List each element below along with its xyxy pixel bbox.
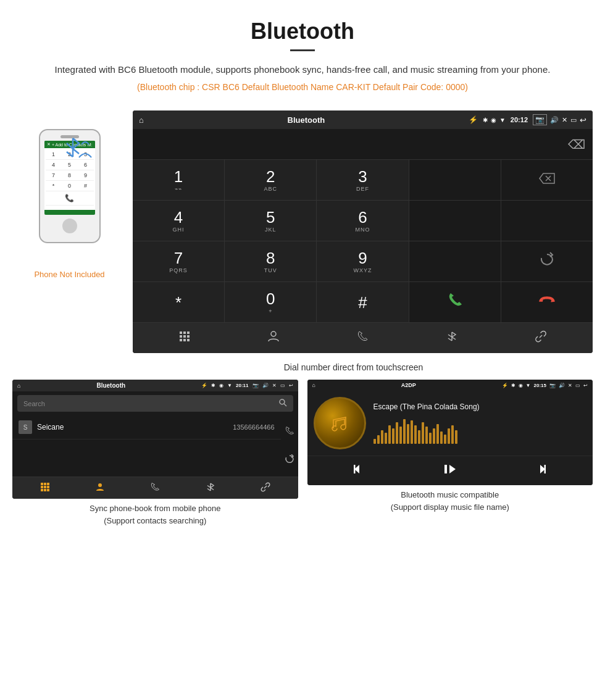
key-cell-9[interactable]: 9 WXYZ	[317, 241, 408, 281]
bluetooth-status-icon: ✱	[483, 117, 488, 123]
pb-home-icon[interactable]: ⌂	[17, 383, 20, 389]
prev-track-icon[interactable]	[352, 462, 365, 479]
svg-rect-27	[544, 465, 546, 473]
refresh-svg	[539, 252, 555, 268]
pb-contact-row[interactable]: S Seicane 13566664466	[12, 415, 281, 440]
music-home-icon[interactable]: ⌂	[312, 382, 315, 388]
music-title: A2DP	[319, 382, 499, 388]
pb-phone-svg	[150, 482, 160, 492]
refresh-icon	[539, 252, 555, 272]
key-cell-5[interactable]: 5 JKL	[225, 201, 316, 241]
key-cell-4[interactable]: 4 GHI	[133, 201, 224, 241]
pb-empty-space	[12, 440, 281, 477]
key-cell-3[interactable]: 3 DEF	[317, 160, 408, 200]
key-main-4: 4	[174, 209, 183, 225]
pb-x-icon[interactable]: ✕	[272, 383, 277, 388]
music-cam-icon[interactable]: 📷	[549, 383, 556, 388]
pb-usb-icon: ⚡	[201, 383, 207, 388]
pb-person-icon[interactable]	[95, 482, 105, 494]
music-x-icon[interactable]: ✕	[568, 383, 572, 388]
volume-icon[interactable]: 🔊	[550, 116, 559, 124]
pb-main-area: S Seicane 13566664466	[12, 415, 298, 477]
key-star: *	[48, 183, 59, 189]
key-cell-refresh[interactable]	[501, 241, 593, 281]
key-sub-9: WXYZ	[353, 267, 372, 273]
phone-nav-icon[interactable]	[356, 330, 369, 346]
key-sub-0: +	[269, 308, 272, 314]
bt-nav-svg	[446, 330, 458, 343]
svg-rect-14	[47, 483, 49, 485]
vis-bar	[399, 427, 402, 444]
pb-phone-icon[interactable]	[150, 482, 160, 494]
key-cell-call-red[interactable]	[501, 282, 593, 322]
window-icon[interactable]: ▭	[570, 116, 577, 124]
key-cell-1[interactable]: 1 ⌁⌁	[133, 160, 224, 200]
key-8: 8	[64, 172, 75, 178]
key-7: 7	[48, 172, 59, 178]
camera-icon[interactable]: 📷	[533, 114, 547, 125]
key-cell-hash[interactable]: #	[317, 282, 408, 322]
next-track-icon[interactable]	[534, 462, 548, 479]
album-art	[314, 397, 366, 449]
key-cell-6[interactable]: 6 MNO	[317, 201, 408, 241]
music-back-icon[interactable]: ↩	[583, 383, 588, 388]
svg-rect-1	[183, 331, 186, 334]
key-cell-7[interactable]: 7 PQRS	[133, 241, 224, 281]
vis-bar	[451, 425, 454, 444]
svg-point-21	[98, 483, 102, 487]
main-section: ✕ + Add to Contacts M: 1 2 3 4 5	[0, 110, 605, 353]
key-0: 0	[64, 183, 75, 189]
pb-call-icon[interactable]	[285, 426, 294, 438]
phone-keypad-row-4: * 0 #	[46, 181, 94, 191]
pb-contact-number: 13566664466	[233, 423, 274, 431]
music-note-icon	[328, 412, 351, 435]
phonebook-screen: ⌂ Bluetooth ⚡ ✱ ◉ ▼ 20:11 📷 🔊 ✕ ▭ ↩ Sear…	[12, 380, 298, 499]
svg-point-10	[280, 399, 285, 404]
song-title: Escape (The Pina Colada Song)	[373, 402, 587, 411]
keypad-nav-icon[interactable]	[178, 330, 191, 346]
key-sub-3: DEF	[356, 186, 369, 192]
pb-refresh-icon[interactable]	[285, 454, 294, 466]
close-icon[interactable]: ✕	[562, 116, 567, 124]
pb-win-icon[interactable]: ▭	[280, 383, 285, 388]
call-red-svg	[539, 292, 555, 308]
key-cell-call-green[interactable]	[409, 282, 501, 322]
svg-rect-17	[47, 486, 49, 488]
pb-search-bar[interactable]: Search	[17, 395, 293, 412]
svg-rect-5	[187, 335, 190, 338]
backspace-icon[interactable]: ⌫	[568, 137, 585, 152]
pb-bt-icon: ✱	[211, 383, 215, 388]
pb-back-icon[interactable]: ↩	[289, 383, 293, 388]
pb-list-area: S Seicane 13566664466	[12, 415, 281, 477]
key-cell-star[interactable]: *	[133, 282, 224, 322]
link-nav-icon[interactable]	[535, 330, 547, 346]
play-pause-icon[interactable]	[443, 462, 457, 479]
person-nav-icon[interactable]	[267, 330, 280, 346]
dial-status-bar: ⌂ Bluetooth ⚡ ✱ ◉ ▼ 20:12 📷 🔊 ✕ ▭ ↩	[133, 110, 593, 129]
vis-bar	[455, 430, 457, 444]
svg-marker-25	[449, 465, 456, 473]
pb-bt-svg	[206, 482, 215, 492]
key-cell-backspace[interactable]	[501, 160, 593, 200]
back-icon[interactable]: ↩	[580, 115, 586, 125]
bt-nav-icon[interactable]	[446, 330, 458, 346]
phonebook-item: ⌂ Bluetooth ⚡ ✱ ◉ ▼ 20:11 📷 🔊 ✕ ▭ ↩ Sear…	[12, 380, 298, 527]
pb-title: Bluetooth	[24, 382, 198, 389]
pb-link-icon[interactable]	[261, 482, 270, 494]
key-cell-8[interactable]: 8 TUV	[225, 241, 316, 281]
dial-status-time: 20:12	[511, 116, 528, 123]
pb-vol-icon[interactable]: 🔊	[262, 383, 269, 388]
dial-caption: Dial number direct from touchscreen	[114, 362, 605, 380]
music-sig-icon: ▼	[526, 383, 531, 388]
home-icon[interactable]: ⌂	[139, 115, 144, 125]
key-cell-2[interactable]: 2 ABC	[225, 160, 316, 200]
music-win-icon[interactable]: ▭	[575, 383, 580, 388]
phone-home-button	[62, 219, 77, 233]
phone-call-row: 📞	[46, 191, 94, 206]
pb-contact-name: Seicane	[37, 423, 233, 431]
pb-bt-bottom-icon[interactable]	[206, 482, 215, 494]
music-vol-icon[interactable]: 🔊	[559, 383, 565, 388]
pb-grid-icon[interactable]	[40, 482, 50, 494]
key-cell-0[interactable]: 0 +	[225, 282, 316, 322]
pb-cam-icon[interactable]: 📷	[252, 383, 259, 388]
